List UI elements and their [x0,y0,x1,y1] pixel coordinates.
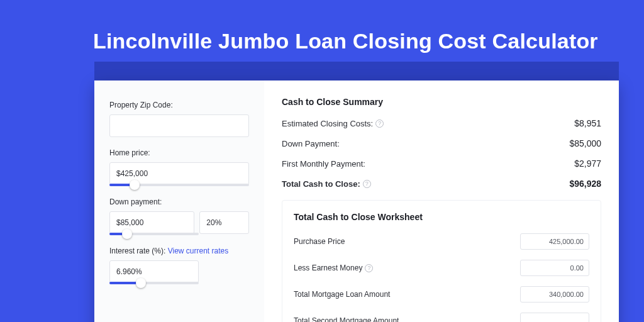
summary-row: Estimated Closing Costs: ? $8,951 [282,118,601,128]
summary-row: First Monthly Payment: $2,977 [282,158,601,169]
slider-thumb[interactable] [130,180,140,190]
help-icon[interactable]: ? [375,119,384,128]
worksheet-row: Total Mortgage Loan Amount [294,286,589,303]
worksheet-heading: Total Cash to Close Worksheet [294,212,589,222]
worksheet-input[interactable] [520,313,589,322]
home-price-label: Home price: [109,148,249,157]
summary-value: $8,951 [574,118,601,128]
zip-input[interactable] [109,114,249,137]
slider-thumb[interactable] [122,229,132,239]
summary-panel: Cash to Close Summary Estimated Closing … [264,80,619,322]
field-down-payment: Down payment: [109,197,249,235]
field-interest: Interest rate (%): View current rates [109,247,249,284]
page-title: Lincolnville Jumbo Loan Closing Cost Cal… [93,29,598,53]
summary-heading: Cash to Close Summary [282,97,601,107]
worksheet-label: Purchase Price [294,237,345,246]
summary-total-value: $96,928 [569,179,601,189]
worksheet-row: Less Earnest Money ? [294,260,589,276]
header-strip [94,62,619,80]
worksheet-input[interactable] [520,286,589,303]
down-payment-label: Down payment: [109,197,249,206]
worksheet-label-text: Less Earnest Money [294,264,362,272]
summary-value: $85,000 [569,138,601,148]
interest-slider[interactable] [109,282,199,284]
zip-label: Property Zip Code: [109,101,249,109]
help-icon[interactable]: ? [363,180,371,188]
down-payment-input[interactable] [109,211,194,234]
interest-label-text: Interest rate (%): [109,247,165,255]
summary-total-label: Total Cash to Close: ? [282,179,371,189]
summary-total-label-text: Total Cash to Close: [282,179,360,189]
field-home-price: Home price: [109,148,249,186]
worksheet-panel: Total Cash to Close Worksheet Purchase P… [282,200,601,322]
summary-row: Down Payment: $85,000 [282,138,601,148]
home-price-slider[interactable] [109,184,249,186]
help-icon[interactable]: ? [365,264,373,272]
interest-input[interactable] [109,260,199,283]
down-payment-slider[interactable] [109,233,199,235]
summary-label: Down Payment: [282,139,340,148]
worksheet-row: Total Second Mortgage Amount [294,313,589,322]
summary-label: Estimated Closing Costs: ? [282,119,384,128]
worksheet-input[interactable] [520,233,589,250]
worksheet-label: Total Mortgage Loan Amount [294,290,390,299]
field-zip: Property Zip Code: [109,101,249,137]
summary-total-row: Total Cash to Close: ? $96,928 [282,179,601,189]
summary-label: First Monthly Payment: [282,159,365,169]
summary-value: $2,977 [574,158,601,169]
inputs-panel: Property Zip Code: Home price: Down paym… [94,80,264,322]
worksheet-input[interactable] [520,260,589,276]
worksheet-row: Purchase Price [294,233,589,250]
view-rates-link[interactable]: View current rates [168,247,229,255]
down-payment-pct-input[interactable] [199,211,249,234]
calculator-card: Property Zip Code: Home price: Down paym… [94,80,619,322]
interest-label: Interest rate (%): View current rates [109,247,249,255]
worksheet-label: Less Earnest Money ? [294,264,373,272]
slider-thumb[interactable] [136,278,146,288]
worksheet-label: Total Second Mortgage Amount [294,316,399,322]
summary-label-text: Estimated Closing Costs: [282,119,373,128]
